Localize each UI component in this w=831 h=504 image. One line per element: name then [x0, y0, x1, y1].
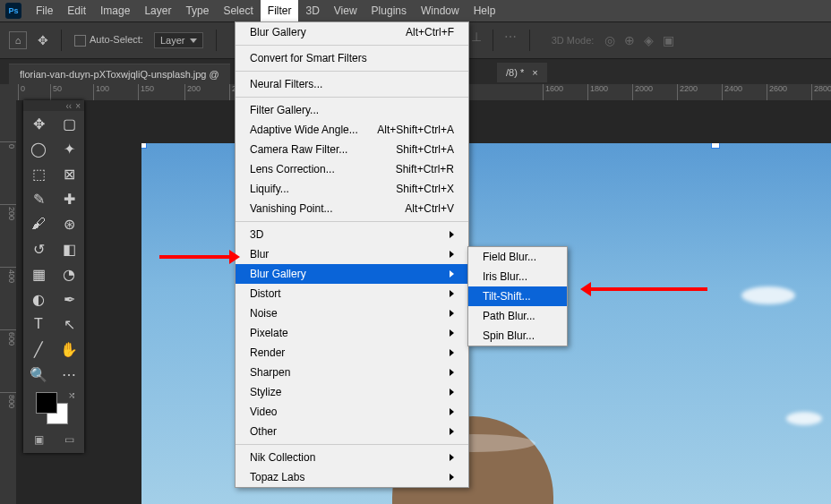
filter-menu-item[interactable]: Filter Gallery... — [236, 100, 468, 120]
menu-image[interactable]: Image — [93, 0, 137, 21]
submenu-item[interactable]: Tilt-Shift... — [468, 286, 567, 306]
filter-menu-item[interactable]: Vanishing Point...Alt+Ctrl+V — [236, 199, 468, 218]
filter-menu-item[interactable]: Camera Raw Filter...Shift+Ctrl+A — [236, 140, 468, 159]
menu-view[interactable]: View — [327, 0, 364, 21]
selection-handle[interactable] — [141, 143, 147, 149]
panel-header[interactable]: ‹‹× — [23, 100, 84, 111]
filter-menu-item[interactable]: Blur Gallery — [236, 264, 468, 284]
path-tool[interactable]: ↖ — [54, 312, 84, 337]
filter-menu-item[interactable]: 3D — [236, 225, 468, 244]
close-icon[interactable]: × — [75, 101, 81, 111]
3d-mode-label: 3D Mode: — [552, 35, 595, 46]
tools-panel: ‹‹× ✥ ▢ ◯ ✦ ⬚ ⊠ ✎ ✚ 🖌 ⊛ ↺ ◧ ▦ ◔ ◐ ✒ T ↖ — [23, 100, 84, 453]
submenu-item[interactable]: Field Blur... — [468, 247, 567, 267]
filter-menu-item[interactable]: Blur GalleryAlt+Ctrl+F — [236, 22, 468, 42]
filter-menu-item[interactable]: Sharpen — [236, 363, 468, 382]
filter-menu-item[interactable]: Liquify...Shift+Ctrl+X — [236, 179, 468, 199]
menu-3d[interactable]: 3D — [298, 0, 326, 21]
menu-bar: Ps File Edit Image Layer Type Select Fil… — [0, 0, 831, 21]
selection-handle[interactable] — [711, 143, 720, 149]
crop-tool[interactable]: ⬚ — [23, 161, 54, 186]
cloud-image — [741, 286, 795, 304]
clone-tool[interactable]: ⊛ — [54, 211, 84, 236]
more-tools[interactable]: ⋯ — [54, 362, 84, 387]
menu-window[interactable]: Window — [414, 0, 467, 21]
document-tab[interactable]: florian-van-duyn-pXToxwjqliQ-unsplash.jp… — [9, 64, 230, 84]
filter-menu-item[interactable]: Lens Correction...Shift+Ctrl+R — [236, 159, 468, 179]
filter-menu-item[interactable]: Other — [236, 422, 468, 441]
menu-plugins[interactable]: Plugins — [364, 0, 414, 21]
foreground-color[interactable] — [36, 392, 57, 414]
zoom-tool[interactable]: 🔍 — [23, 362, 54, 387]
document-tab-2[interactable]: /8) * × — [497, 63, 547, 82]
menu-select[interactable]: Select — [216, 0, 260, 21]
submenu-item[interactable]: Iris Blur... — [468, 267, 567, 286]
pan-icon[interactable]: ⊕ — [624, 33, 635, 47]
close-tab-icon[interactable]: × — [532, 67, 537, 78]
app-logo: Ps — [5, 3, 21, 19]
3d-mode-icons[interactable]: ◎ ⊕ ◈ ▣ — [604, 33, 674, 47]
filter-menu-item[interactable]: Nik Collection — [236, 448, 468, 467]
pen-tool[interactable]: ✒ — [54, 286, 84, 312]
gradient-tool[interactable]: ▦ — [23, 261, 54, 286]
filter-menu-item[interactable]: Distort — [236, 284, 468, 303]
eraser-tool[interactable]: ◧ — [54, 236, 84, 261]
lasso-tool[interactable]: ◯ — [23, 136, 54, 161]
annotation-arrow — [591, 287, 707, 291]
menu-filter[interactable]: Filter — [261, 0, 299, 21]
eyedropper-tool[interactable]: ✎ — [23, 186, 54, 211]
screen-mode-icon[interactable]: ▭ — [64, 433, 74, 446]
orbit-icon[interactable]: ◎ — [604, 33, 615, 47]
filter-menu-item[interactable]: Blur — [236, 244, 468, 264]
menu-type[interactable]: Type — [178, 0, 216, 21]
brush-tool[interactable]: 🖌 — [23, 211, 54, 236]
filter-menu-item[interactable]: Topaz Labs — [236, 467, 468, 487]
menu-help[interactable]: Help — [467, 0, 503, 21]
filter-menu-dropdown: Blur GalleryAlt+Ctrl+FConvert for Smart … — [235, 21, 469, 488]
submenu-item[interactable]: Spin Blur... — [468, 326, 567, 346]
filter-menu-item[interactable]: Render — [236, 343, 468, 363]
healing-tool[interactable]: ✚ — [54, 186, 84, 211]
blur-gallery-submenu: Field Blur...Iris Blur...Tilt-Shift...Pa… — [467, 246, 568, 346]
filter-menu-item[interactable]: Stylize — [236, 382, 468, 402]
filter-menu-item[interactable]: Video — [236, 402, 468, 422]
auto-select-dropdown[interactable]: Layer — [154, 32, 204, 48]
filter-menu-item[interactable]: Adaptive Wide Angle...Alt+Shift+Ctrl+A — [236, 120, 468, 140]
align-bottom-icon[interactable]: ⊥ — [471, 30, 482, 51]
marquee-tool[interactable]: ▢ — [54, 111, 84, 136]
distribute-icon[interactable]: ⋯ — [504, 30, 517, 51]
magic-wand-tool[interactable]: ✦ — [54, 136, 84, 161]
annotation-arrow — [159, 255, 229, 259]
quick-mask-icon[interactable]: ▣ — [34, 433, 44, 446]
move-tool-icon: ✥ — [38, 33, 48, 47]
swap-colors-icon[interactable]: ⤭ — [68, 390, 75, 400]
dodge-tool[interactable]: ◐ — [23, 286, 54, 312]
history-brush-tool[interactable]: ↺ — [23, 236, 54, 261]
collapse-icon[interactable]: ‹‹ — [65, 101, 72, 111]
shape-tool[interactable]: ╱ — [23, 337, 54, 362]
frame-tool[interactable]: ⊠ — [54, 161, 84, 186]
auto-select-checkbox[interactable]: Auto-Select: — [74, 34, 143, 47]
hand-tool[interactable]: ✋ — [54, 337, 84, 362]
color-swatches[interactable]: ⤭ — [23, 387, 84, 430]
filter-menu-item[interactable]: Convert for Smart Filters — [236, 48, 468, 68]
filter-menu-item[interactable]: Neural Filters... — [236, 74, 468, 94]
move-tool[interactable]: ✥ — [23, 111, 54, 136]
filter-menu-item[interactable]: Pixelate — [236, 323, 468, 343]
menu-file[interactable]: File — [29, 0, 60, 21]
cloud-image — [786, 412, 822, 425]
menu-layer[interactable]: Layer — [137, 0, 178, 21]
ruler-vertical: 0 200 400 600 800 — [0, 100, 16, 504]
submenu-item[interactable]: Path Blur... — [468, 306, 567, 326]
dolly-icon[interactable]: ◈ — [644, 33, 654, 47]
camera-icon[interactable]: ▣ — [663, 33, 674, 47]
filter-menu-item[interactable]: Noise — [236, 303, 468, 323]
home-button[interactable]: ⌂ — [9, 31, 27, 49]
blur-tool[interactable]: ◔ — [54, 261, 84, 286]
type-tool[interactable]: T — [23, 312, 54, 337]
menu-edit[interactable]: Edit — [60, 0, 93, 21]
